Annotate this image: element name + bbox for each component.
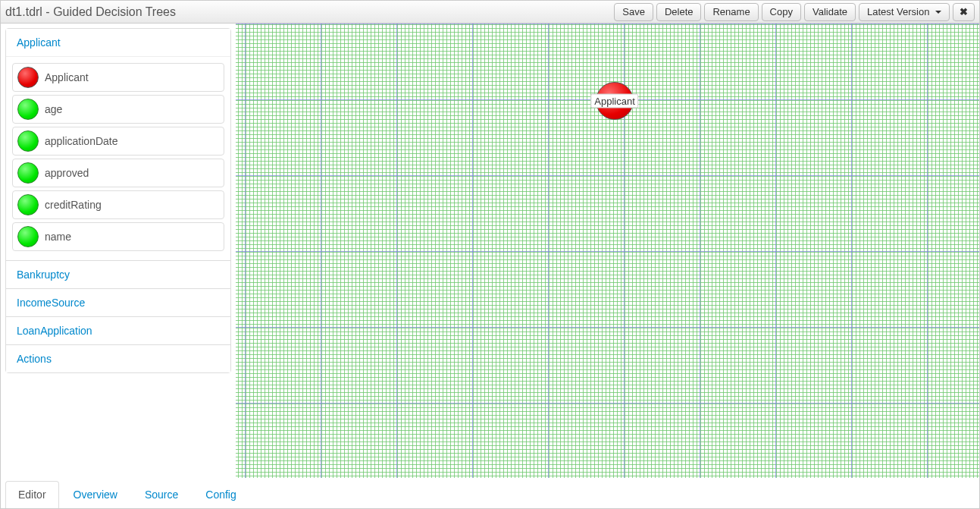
- palette-item-label: applicationDate: [45, 135, 118, 147]
- palette-group-heading[interactable]: Bankruptcy: [6, 261, 230, 288]
- palette-item[interactable]: approved: [12, 159, 224, 187]
- palette-sidebar: Applicant Applicant age applicationDa: [1, 24, 236, 478]
- palette-group-incomesource: IncomeSource: [6, 288, 230, 316]
- palette-item-label: age: [45, 103, 62, 115]
- field-node-icon: [17, 130, 39, 152]
- save-button[interactable]: Save: [614, 3, 653, 21]
- type-node-icon: [17, 67, 39, 88]
- close-button[interactable]: ✖: [953, 3, 975, 21]
- palette-group-heading[interactable]: Applicant: [6, 29, 230, 56]
- palette-group-loanapplication: LoanApplication: [6, 316, 230, 344]
- palette-group-heading[interactable]: IncomeSource: [6, 289, 230, 316]
- copy-button[interactable]: Copy: [762, 3, 801, 21]
- palette-group-bankruptcy: Bankruptcy: [6, 260, 230, 288]
- editor-toolbar: dt1.tdrl - Guided Decision Trees Save De…: [1, 1, 979, 24]
- app-window: dt1.tdrl - Guided Decision Trees Save De…: [0, 0, 980, 509]
- tree-node-applicant[interactable]: Applicant: [596, 82, 634, 120]
- field-node-icon: [17, 99, 39, 120]
- decision-tree-canvas[interactable]: Applicant: [236, 24, 979, 478]
- close-icon: ✖: [960, 6, 968, 17]
- palette-accordion: Applicant Applicant age applicationDa: [5, 28, 231, 373]
- palette-item-label: Applicant: [45, 71, 89, 83]
- palette-item[interactable]: Applicant: [12, 63, 224, 92]
- palette-group-actions: Actions: [6, 344, 230, 372]
- rename-button[interactable]: Rename: [704, 3, 758, 21]
- palette-item[interactable]: creditRating: [12, 190, 224, 219]
- validate-button[interactable]: Validate: [804, 3, 856, 21]
- palette-group-applicant: Applicant Applicant age applicationDa: [6, 29, 230, 260]
- tree-node-label: Applicant: [590, 94, 638, 108]
- field-node-icon: [17, 194, 39, 215]
- delete-button[interactable]: Delete: [656, 3, 702, 21]
- palette-group-heading[interactable]: Actions: [6, 345, 230, 372]
- page-title: dt1.tdrl - Guided Decision Trees: [5, 5, 176, 19]
- caret-down-icon: [935, 11, 941, 14]
- palette-item[interactable]: applicationDate: [12, 127, 224, 156]
- palette-group-heading[interactable]: LoanApplication: [6, 317, 230, 344]
- tab-editor[interactable]: Editor: [5, 481, 59, 508]
- tab-source[interactable]: Source: [132, 481, 191, 508]
- version-dropdown[interactable]: Latest Version: [859, 3, 950, 21]
- tab-overview[interactable]: Overview: [61, 481, 130, 508]
- palette-item[interactable]: age: [12, 95, 224, 124]
- field-node-icon: [17, 226, 39, 247]
- tab-config[interactable]: Config: [193, 481, 249, 508]
- field-node-icon: [17, 162, 39, 184]
- palette-item-label: name: [45, 231, 71, 243]
- palette-item[interactable]: name: [12, 222, 224, 251]
- palette-item-label: creditRating: [45, 199, 102, 211]
- version-dropdown-label: Latest Version: [867, 6, 929, 17]
- main-area: Applicant Applicant age applicationDa: [1, 24, 979, 478]
- palette-group-body: Applicant age applicationDate appro: [6, 56, 230, 260]
- canvas-viewport[interactable]: Applicant: [236, 24, 979, 478]
- palette-item-label: approved: [45, 167, 89, 179]
- editor-tabs: Editor Overview Source Config: [1, 478, 979, 508]
